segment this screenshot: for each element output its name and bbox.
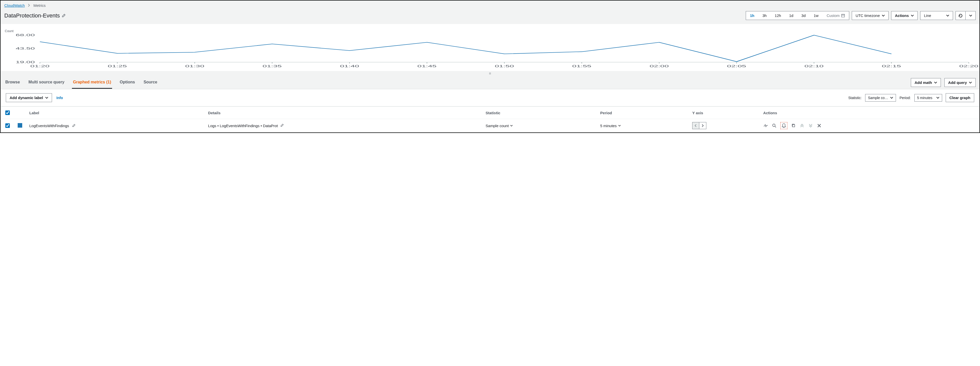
col-statistic: Statistic [482,107,597,119]
svg-text:01:20: 01:20 [30,64,49,68]
clear-graph-button[interactable]: Clear graph [946,93,974,102]
edit-icon[interactable] [72,124,76,128]
breadcrumb-current: Metrics [33,3,46,8]
col-period: Period [597,107,689,119]
svg-text:01:50: 01:50 [495,64,514,68]
add-query-button[interactable]: Add query [944,78,976,87]
search-icon[interactable] [772,123,777,128]
svg-text:02:00: 02:00 [649,64,669,68]
svg-text:43.50: 43.50 [16,47,35,51]
time-range-1w[interactable]: 1w [810,11,822,20]
page-title: DataProtection-Events [4,13,66,19]
col-label: Label [26,107,204,119]
statistic-select[interactable]: Sample co… [865,94,896,102]
svg-text:01:40: 01:40 [340,64,359,68]
svg-text:02:10: 02:10 [804,64,824,68]
svg-text:01:55: 01:55 [572,64,592,68]
period-label: Period: [899,96,911,100]
col-actions: Actions [760,107,979,119]
yaxis-right-icon[interactable] [699,122,706,129]
caret-down-icon [911,14,914,17]
time-range-3h[interactable]: 3h [758,11,771,20]
svg-text:01:35: 01:35 [262,64,282,68]
svg-text:01:25: 01:25 [108,64,127,68]
table-row: LogEventsWithFindings Logs • LogEventsWi… [1,119,979,133]
time-range-selector: 1h3h12h1d3d1wCustom [746,11,849,20]
time-range-12h[interactable]: 12h [771,11,785,20]
caret-down-icon [45,97,48,99]
caret-down-icon [936,97,939,99]
svg-rect-0 [842,14,845,17]
color-swatch[interactable] [18,123,22,128]
metric-details[interactable]: Logs • LogEventsWithFindings • DataProt [208,124,278,128]
yaxis-left-icon[interactable] [692,122,699,129]
calendar-icon [841,14,845,18]
info-link[interactable]: Info [57,96,63,100]
edit-icon[interactable] [280,123,284,128]
tab-browse[interactable]: Browse [4,76,21,89]
svg-text:02:20: 02:20 [959,64,978,68]
actions-menu[interactable]: Actions [891,11,918,20]
caret-down-icon [882,14,885,17]
caret-down-icon [890,97,893,99]
bell-icon[interactable] [781,123,786,128]
timezone-select[interactable]: UTC timezone [852,11,889,20]
copy-icon[interactable] [791,123,796,128]
col-details: Details [204,107,482,119]
svg-text:68.00: 68.00 [16,34,35,37]
breadcrumb: CloudWatch Metrics [1,1,979,9]
edit-icon[interactable] [62,13,66,19]
col-yaxis: Y axis [689,107,760,119]
refresh-menu-button[interactable] [966,11,976,20]
svg-text:02:05: 02:05 [727,64,746,68]
select-all-checkbox[interactable] [5,110,10,115]
anomaly-icon[interactable] [763,123,768,128]
add-dynamic-label-button[interactable]: Add dynamic label [6,93,52,102]
close-icon[interactable] [817,123,822,128]
caret-down-icon [969,82,972,84]
move-up-icon[interactable] [800,123,805,128]
yaxis-toggle[interactable] [692,122,706,129]
metrics-table: Label Details Statistic Period Y axis Ac… [1,106,979,132]
visualization-type-select[interactable]: Line [920,11,953,20]
time-range-1d[interactable]: 1d [785,11,797,20]
svg-text:01:45: 01:45 [417,64,436,68]
time-range-3d[interactable]: 3d [797,11,810,20]
time-range-1h[interactable]: 1h [746,11,759,20]
resize-handle[interactable]: = [1,71,979,76]
tab-multi-source-query[interactable]: Multi source query [27,76,65,89]
tab-options[interactable]: Options [119,76,136,89]
create-alarm-highlight [780,122,788,129]
row-statistic-select[interactable]: Sample count [486,124,513,128]
svg-text:01:30: 01:30 [185,64,204,68]
chart: Count 19.0043.5068.0001:2001:2501:3001:3… [1,24,979,71]
time-range-custom[interactable]: Custom [822,11,849,20]
svg-text:19.00: 19.00 [16,61,35,64]
svg-text:02:15: 02:15 [882,64,901,68]
row-checkbox[interactable] [5,123,10,128]
period-select[interactable]: 5 minutes [914,94,942,102]
tab-graphed-metrics[interactable]: Graphed metrics (1) [72,76,112,89]
refresh-button[interactable] [956,11,966,20]
chart-ylabel: Count [5,29,975,33]
statistic-label: Statistic: [848,96,862,100]
caret-down-icon [934,82,937,84]
breadcrumb-root[interactable]: CloudWatch [4,3,25,8]
tab-source[interactable]: Source [143,76,158,89]
row-period-select[interactable]: 5 minutes [600,124,621,128]
chevron-right-icon [28,4,30,7]
move-down-icon[interactable] [808,123,813,128]
svg-point-31 [773,124,775,127]
svg-rect-32 [792,125,795,127]
metric-label: LogEventsWithFindings [29,124,69,128]
add-math-button[interactable]: Add math [911,78,941,87]
caret-down-icon [946,14,949,17]
